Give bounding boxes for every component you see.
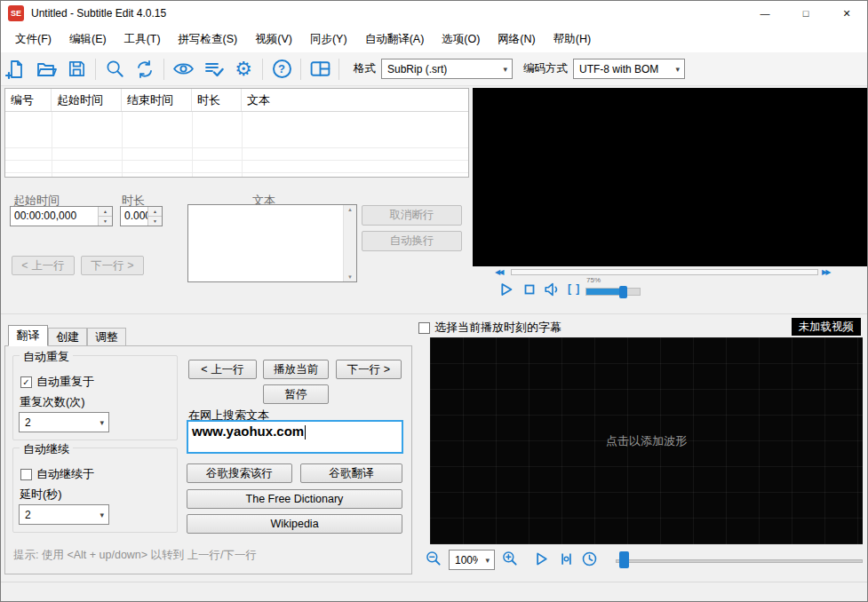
find-button[interactable]: [100, 55, 129, 83]
translate-next-line-button[interactable]: 下一行 >: [336, 360, 402, 379]
stop-button[interactable]: [521, 281, 538, 298]
textarea-scrollbar[interactable]: ▲ ▼: [343, 205, 356, 281]
auto-continue-group-label: 自动继续: [20, 441, 73, 457]
zoom-level-select[interactable]: 100% ▾: [449, 550, 495, 570]
duration-input[interactable]: 0.000 ▲ ▼: [120, 206, 163, 226]
maximize-button[interactable]: □: [785, 1, 826, 26]
next-line-button[interactable]: 下一行 >: [81, 256, 144, 275]
toolbar-separator: [262, 59, 263, 80]
repeat-count-label: 重复次数(次): [20, 394, 85, 410]
splitter[interactable]: [1, 313, 867, 314]
visual-sync-button[interactable]: [169, 55, 197, 83]
position-slider[interactable]: [616, 559, 863, 563]
spin-down-button[interactable]: ▼: [99, 216, 112, 226]
spell-check-button[interactable]: [199, 55, 227, 83]
google-translate-button[interactable]: 谷歌翻译: [300, 463, 402, 483]
column-header-text[interactable]: 文本: [242, 89, 468, 111]
spin-up-button[interactable]: ▲: [99, 207, 112, 216]
subtitle-textarea[interactable]: ▲ ▼: [187, 204, 357, 282]
select-current-subtitle-checkbox[interactable]: 选择当前播放时刻的字幕: [418, 320, 561, 336]
menu-auto-translate[interactable]: 自动翻译(A): [356, 26, 434, 52]
delay-select[interactable]: 2 ▾: [19, 504, 109, 525]
shortcut-hint: 提示: 使用 <Alt + up/down> 以转到 上一行/下一行: [13, 548, 257, 563]
spin-down-button[interactable]: ▼: [148, 216, 162, 226]
help-button[interactable]: ?: [267, 55, 296, 83]
menu-network[interactable]: 网络(N): [489, 26, 544, 52]
stop-icon: [522, 281, 538, 297]
menu-file[interactable]: 文件(F): [6, 26, 60, 52]
row-divider: [5, 147, 468, 148]
format-select[interactable]: SubRip (.srt) ▾: [381, 59, 513, 79]
column-header-start[interactable]: 起始时间: [52, 89, 122, 111]
wikipedia-button[interactable]: Wikipedia: [187, 514, 402, 534]
fullscreen-button[interactable]: [ ]: [568, 282, 580, 295]
new-file-button[interactable]: [2, 55, 30, 83]
seek-bar[interactable]: [511, 269, 818, 275]
position-slider-thumb[interactable]: [619, 551, 629, 568]
waveform-play-button[interactable]: [530, 548, 552, 569]
spin-up-button[interactable]: ▲: [148, 207, 162, 216]
replace-button[interactable]: [131, 55, 159, 83]
volume-slider-thumb[interactable]: [619, 286, 627, 298]
new-file-icon: [5, 59, 27, 80]
play-current-button[interactable]: 播放当前: [263, 360, 329, 379]
spinner-buttons: ▲ ▼: [147, 207, 162, 226]
save-button[interactable]: [62, 55, 91, 83]
menu-options[interactable]: 选项(O): [433, 26, 489, 52]
unbreak-button[interactable]: 取消断行: [362, 205, 462, 226]
menu-video[interactable]: 视频(V): [246, 26, 301, 52]
tab-adjust[interactable]: 调整: [87, 328, 126, 346]
auto-break-button[interactable]: 自动换行: [362, 231, 462, 251]
zoom-level-value: 100%: [455, 554, 478, 566]
layout-icon: [309, 58, 331, 80]
column-header-number[interactable]: 编号: [5, 89, 52, 111]
encoding-label: 编码方式: [523, 61, 568, 76]
open-folder-icon: [36, 59, 57, 80]
column-header-duration[interactable]: 时长: [192, 89, 242, 111]
mute-button[interactable]: [542, 279, 563, 300]
toolbar-separator: [163, 59, 164, 80]
menu-edit[interactable]: 编辑(E): [60, 26, 115, 52]
waveform-pause-button[interactable]: [555, 548, 577, 569]
menu-sync[interactable]: 同步(Y): [301, 26, 356, 52]
encoding-select[interactable]: UTF-8 with BOM ▾: [573, 59, 685, 79]
window-title: Untitled - Subtitle Edit 4.0.15: [31, 7, 166, 20]
zoom-in-icon: [501, 550, 519, 567]
layout-button[interactable]: [306, 55, 334, 83]
seek-back-button[interactable]: ◀◀: [495, 268, 502, 276]
pause-button[interactable]: 暂停: [263, 384, 329, 404]
auto-repeat-checkbox[interactable]: ✓ 自动重复于: [20, 374, 94, 390]
subtitle-list[interactable]: 编号 起始时间 结束时间 时长 文本: [4, 88, 469, 178]
seek-forward-button[interactable]: ▶▶: [822, 268, 829, 276]
tab-translate[interactable]: 翻译: [8, 325, 48, 346]
start-time-value: 00:00:00,000: [11, 207, 98, 226]
zoom-in-button[interactable]: [500, 549, 520, 568]
waveform-placeholder: 点击以添加波形: [606, 433, 687, 449]
auto-continue-checkbox[interactable]: 自动继续于: [20, 466, 94, 482]
video-display[interactable]: [473, 88, 868, 266]
waveform-display[interactable]: 点击以添加波形: [430, 337, 863, 544]
google-search-button[interactable]: 谷歌搜索该行: [187, 463, 292, 483]
repeat-count-select[interactable]: 2 ▾: [19, 412, 109, 432]
clock-icon: [580, 550, 599, 568]
menu-tools[interactable]: 工具(T): [115, 26, 170, 52]
tab-create[interactable]: 创建: [48, 328, 87, 346]
previous-line-button[interactable]: < 上一行: [12, 256, 75, 275]
minimize-button[interactable]: —: [745, 1, 785, 26]
menu-spellcheck[interactable]: 拼写检查(S): [170, 26, 247, 52]
volume-slider[interactable]: [585, 288, 641, 296]
translate-previous-line-button[interactable]: < 上一行: [188, 360, 257, 379]
column-header-end[interactable]: 结束时间: [122, 89, 192, 111]
open-file-button[interactable]: [32, 55, 60, 83]
menu-help[interactable]: 帮助(H): [545, 26, 600, 52]
close-button[interactable]: ✕: [826, 1, 867, 26]
zoom-out-button[interactable]: [424, 549, 443, 568]
gear-icon: ⚙: [235, 59, 252, 79]
free-dictionary-button[interactable]: The Free Dictionary: [187, 489, 402, 509]
settings-button[interactable]: ⚙: [229, 55, 258, 83]
start-time-input[interactable]: 00:00:00,000 ▲ ▼: [10, 206, 113, 226]
toolbar: ⚙ ? 格式 SubRip (.srt) ▾ 编码方式 UTF-8 with B…: [1, 52, 867, 86]
play-button[interactable]: [495, 279, 516, 300]
web-search-input[interactable]: www.yaohux.com: [187, 420, 403, 454]
playback-rate-button[interactable]: [578, 548, 600, 569]
